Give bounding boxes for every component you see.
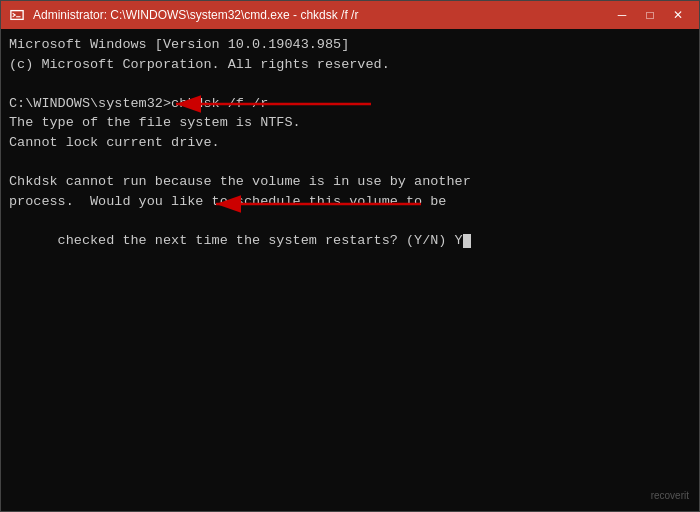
maximize-button[interactable]: □ [637, 5, 663, 25]
terminal-body[interactable]: Microsoft Windows [Version 10.0.19043.98… [1, 29, 699, 511]
terminal-line-6: Cannot lock current drive. [9, 133, 691, 153]
close-button[interactable]: ✕ [665, 5, 691, 25]
cmd-icon [9, 7, 25, 23]
terminal-line-7 [9, 152, 691, 172]
terminal-cursor [463, 234, 471, 248]
title-bar: Administrator: C:\WINDOWS\system32\cmd.e… [1, 1, 699, 29]
terminal-line-1: Microsoft Windows [Version 10.0.19043.98… [9, 35, 691, 55]
arrow-2 [201, 184, 431, 224]
window-controls: ─ □ ✕ [609, 5, 691, 25]
minimize-button[interactable]: ─ [609, 5, 635, 25]
cmd-window: Administrator: C:\WINDOWS\system32\cmd.e… [0, 0, 700, 512]
terminal-line-2: (c) Microsoft Corporation. All rights re… [9, 55, 691, 75]
svg-rect-0 [11, 11, 23, 20]
arrow-1 [161, 84, 381, 124]
watermark: recoverit [651, 489, 689, 504]
window-title: Administrator: C:\WINDOWS\system32\cmd.e… [33, 8, 609, 22]
